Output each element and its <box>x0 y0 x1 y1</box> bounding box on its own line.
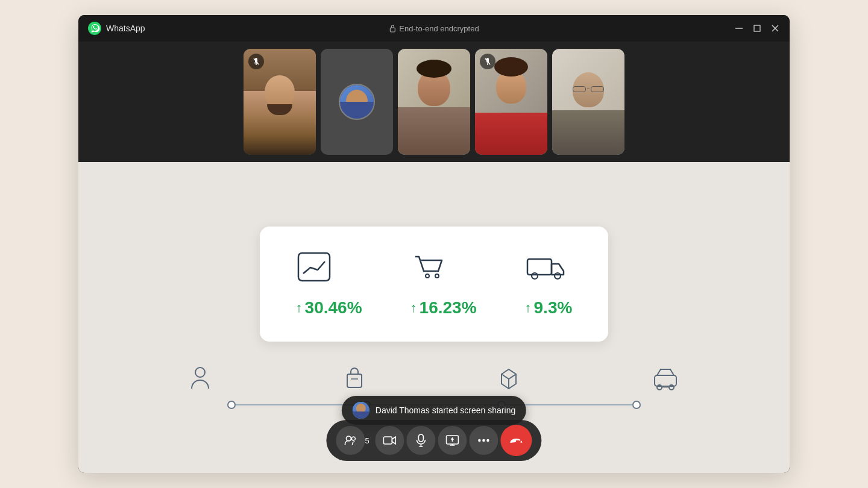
participants-strip <box>78 42 790 162</box>
arrow-icon-cart: ↑ <box>410 300 417 316</box>
participant-tile-3[interactable] <box>398 49 470 155</box>
svg-point-34 <box>478 439 480 442</box>
svg-point-36 <box>486 439 489 442</box>
arrow-icon-sales: ↑ <box>296 300 303 316</box>
svg-rect-14 <box>527 259 552 275</box>
call-controls-bar: 5 <box>326 420 541 461</box>
svg-rect-27 <box>419 434 424 442</box>
encryption-label: End-to-end endcrypted <box>399 24 479 33</box>
title-bar: WhatsApp End-to-end endcrypted <box>78 15 790 42</box>
svg-point-25 <box>351 437 355 440</box>
maximize-button[interactable] <box>752 23 762 33</box>
flow-bag-icon <box>344 366 365 393</box>
truck-icon <box>525 251 567 286</box>
lock-icon <box>389 24 396 33</box>
metric-item-sales: ↑ 30.46% <box>296 251 362 318</box>
metric-value-sales: ↑ 30.46% <box>296 298 362 318</box>
window-controls <box>734 23 780 33</box>
toast-message: David Thomas started screen sharing <box>376 405 515 415</box>
flow-icons <box>189 366 679 393</box>
whatsapp-logo-icon <box>88 22 101 35</box>
title-bar-left: WhatsApp <box>88 22 145 35</box>
svg-rect-18 <box>347 374 362 387</box>
svg-point-16 <box>555 273 561 279</box>
participant-tile-4[interactable] <box>475 49 547 155</box>
flow-dot-1 <box>227 401 236 409</box>
chart-icon <box>296 251 332 286</box>
svg-rect-20 <box>655 375 676 386</box>
microphone-button[interactable] <box>407 426 436 455</box>
svg-point-15 <box>532 273 538 279</box>
svg-rect-1 <box>390 28 395 32</box>
app-window: WhatsApp End-to-end endcrypted <box>78 15 790 473</box>
flow-dot-4 <box>632 401 641 409</box>
metric-item-cart: ↑ 16.23% <box>410 251 477 318</box>
camera-button[interactable] <box>376 426 404 455</box>
participant-avatar-2 <box>339 84 375 120</box>
svg-rect-26 <box>384 437 392 444</box>
participant-tile-2[interactable] <box>321 49 393 155</box>
participant-tile-5[interactable] <box>552 49 624 155</box>
encryption-badge: End-to-end endcrypted <box>389 24 479 33</box>
participants-button[interactable] <box>336 426 365 455</box>
svg-point-17 <box>195 368 205 377</box>
screen-share-button[interactable] <box>438 426 467 455</box>
flow-car-icon <box>652 366 679 393</box>
svg-rect-11 <box>298 253 330 281</box>
flow-person-icon <box>189 366 211 393</box>
metric-item-delivery: ↑ 9.3% <box>525 251 573 318</box>
end-call-button[interactable] <box>501 425 532 456</box>
participant-tile-1[interactable] <box>244 49 316 155</box>
toast-avatar <box>353 402 370 419</box>
svg-point-35 <box>482 439 485 442</box>
flow-box-icon <box>498 366 520 393</box>
metric-value-cart: ↑ 16.23% <box>410 298 477 318</box>
arrow-icon-delivery: ↑ <box>525 300 532 316</box>
minimize-button[interactable] <box>734 23 744 33</box>
svg-point-12 <box>426 274 429 278</box>
screen-share-area: ↑ 30.46% ↑ 16.23% <box>78 162 790 473</box>
svg-point-13 <box>435 274 439 278</box>
metric-value-delivery: ↑ 9.3% <box>525 298 573 318</box>
svg-rect-3 <box>754 25 760 31</box>
close-button[interactable] <box>770 23 780 33</box>
more-options-button[interactable] <box>470 426 498 455</box>
mute-badge-1 <box>248 54 264 69</box>
shared-metrics-card: ↑ 30.46% ↑ 16.23% <box>260 227 609 342</box>
cart-icon <box>410 251 447 286</box>
mute-badge-4 <box>480 54 495 69</box>
app-name: WhatsApp <box>106 23 145 33</box>
participants-count: 5 <box>365 436 369 445</box>
